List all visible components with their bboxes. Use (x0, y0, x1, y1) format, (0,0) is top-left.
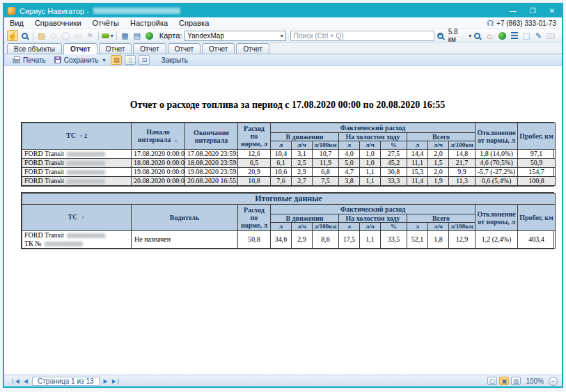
table-cell: 4,6 (70,5%) (475, 159, 518, 168)
polygon-tool-button[interactable]: ◇ (48, 30, 58, 41)
table-cell: 18.08.2020 0:00:00 (132, 159, 185, 168)
col-header-start[interactable]: Начало интервала▲ (132, 123, 185, 150)
col-header-vehicle[interactable]: ТС▼2 (22, 123, 132, 150)
col-header-mileage[interactable]: Пробег, км (518, 123, 556, 150)
menu-view[interactable]: Вид (4, 19, 29, 27)
multi-page-view-button[interactable]: ▥ (511, 377, 521, 385)
table-cell: 19.08.2020 23:59:59 (185, 168, 238, 177)
close-report-button[interactable]: Закрыть (157, 55, 192, 65)
table-cell: FORD Transit (22, 168, 132, 177)
col-header-deviation[interactable]: Отклонение от нормы, л (475, 123, 518, 150)
search-input[interactable] (290, 31, 434, 41)
map-controls: 5.8 км ▾ ⌂ ⬚ ✎ (434, 28, 557, 43)
menu-directories[interactable]: Справочники (29, 19, 87, 27)
selection-button[interactable]: ⬚ (521, 30, 532, 41)
object-list-button[interactable] (509, 30, 520, 41)
menu-help[interactable]: Справка (173, 19, 214, 27)
table-cell: 1,0 (360, 159, 381, 168)
home-button[interactable]: ⌂ (485, 30, 496, 41)
map-label: Карта: (159, 31, 182, 40)
fit-button[interactable]: ⊡ (139, 55, 150, 65)
first-page-button[interactable]: ❘◀ (8, 378, 22, 384)
table-cell: 12,6 (238, 150, 271, 159)
table-cell: 1,8 (428, 231, 449, 249)
whole-page-button[interactable]: ▯ (125, 55, 136, 65)
unit-header: л (407, 141, 428, 150)
table-cell: 34,6 (271, 231, 292, 249)
tab-all-objects[interactable]: Все объекты (7, 43, 62, 54)
table-cell: 20.08.2020 16:55:58 (185, 177, 238, 186)
sort-icon: ▲ (173, 138, 178, 143)
table-cell: 17,5 (339, 231, 360, 249)
toolbar-separator (116, 31, 117, 40)
col-header-norm[interactable]: Расход по норме, л (238, 205, 271, 231)
page-width-view-button[interactable]: ▣ (499, 377, 509, 385)
col-header-vehicle[interactable]: ТС▼ (22, 205, 132, 231)
save-button[interactable]: Сохранить ▾ (50, 55, 110, 65)
grid-view-button[interactable]: ▦ (120, 30, 130, 41)
tab-report[interactable]: Отчет (202, 43, 235, 54)
unit-header: л/100км (449, 223, 475, 231)
col-header-driver[interactable]: Водитель (132, 205, 238, 231)
redacted-text (45, 242, 83, 246)
next-page-button[interactable]: ▶ (102, 378, 110, 384)
unit-header: л/ч (360, 141, 381, 150)
zoom-in-button[interactable] (435, 30, 446, 41)
last-page-button[interactable]: ▶❘ (110, 378, 123, 384)
unit-header: л (407, 223, 428, 231)
tab-report-active[interactable]: Отчет (63, 43, 97, 54)
globe-icon (146, 32, 153, 40)
zoom-select-button[interactable] (19, 30, 30, 41)
fuel-report-table: ТС▼2 Начало интервала▲ Окончание интерва… (22, 123, 556, 186)
summary-title: Итоговые данные (22, 194, 556, 205)
tab-bar: Все объекты Отчет Отчет Отчет Отчет Отче… (4, 42, 562, 54)
col-header-end[interactable]: Окончание интервала (185, 123, 238, 150)
table-cell: 17.08.2020 0:00:00 (132, 150, 185, 159)
table-cell: 403,4 (518, 231, 556, 249)
zoom-out-button[interactable]: − (549, 377, 558, 386)
minimize-button[interactable]: — (503, 4, 523, 17)
single-page-view-button[interactable]: ▢ (487, 377, 497, 385)
map-edit-button[interactable]: ▨ (36, 30, 47, 41)
unit-header: л/ч (428, 141, 449, 150)
tab-report[interactable]: Отчет (168, 43, 201, 54)
table-cell: 97,1 (518, 150, 556, 159)
window-title: Сириус Навигатор - (19, 7, 89, 15)
refresh-map-button[interactable] (143, 30, 154, 41)
save-icon (54, 56, 61, 63)
col-header-norm[interactable]: Расход по норме, л (238, 123, 271, 150)
col-group-idle: На холостом ходу (339, 133, 407, 141)
print-button[interactable]: Печать (8, 55, 50, 65)
unit-header: л/100км (313, 223, 339, 231)
table-cell: 1,5 (428, 159, 449, 168)
close-button[interactable]: ✕ (542, 4, 562, 17)
map-select[interactable]: YandexMap ▾ (184, 31, 286, 41)
tab-report[interactable]: Отчет (236, 43, 269, 54)
vehicle-menu-button[interactable]: ▾ (102, 30, 113, 41)
menu-reports[interactable]: Отчёты (87, 19, 125, 27)
globe-button[interactable] (496, 30, 508, 41)
track-view-button[interactable]: ▤ (132, 30, 142, 41)
tab-report[interactable]: Отчет (133, 43, 166, 54)
maximize-button[interactable]: ❐ (523, 4, 542, 17)
headset-icon: ☊ (487, 19, 494, 28)
chevron-down-icon: ▾ (281, 33, 283, 39)
main-toolbar: ☝ ▨ ◇ ◯ ▭ ⚑ ▾ ▦ ▤ Карта: YandexMap ▾ 5.8… (4, 29, 562, 42)
tab-report[interactable]: Отчет (99, 43, 132, 54)
map-scale-value[interactable]: 5.8 км (448, 28, 466, 43)
pan-tool-button[interactable]: ☝ (7, 30, 18, 41)
menu-settings[interactable]: Настройка (125, 19, 173, 27)
col-header-deviation[interactable]: Отклонение от нормы, л (475, 205, 518, 231)
monitor-button[interactable] (545, 30, 556, 41)
ellipse-tool-button[interactable]: ◯ (61, 30, 71, 41)
table-cell: 100,8 (518, 177, 556, 186)
table-cell: 33,3 (381, 177, 407, 186)
notes-button[interactable]: ✎ (533, 30, 544, 41)
flag-tool-button[interactable]: ⚑ (85, 30, 95, 41)
monitor-icon (547, 33, 555, 39)
rectangle-tool-button[interactable]: ▭ (72, 30, 83, 41)
col-header-mileage[interactable]: Пробег, км (518, 205, 556, 231)
zoom-out-button[interactable] (472, 30, 483, 41)
page-width-button[interactable]: ▤ (111, 55, 122, 65)
prev-page-button[interactable]: ◀ (22, 378, 30, 384)
